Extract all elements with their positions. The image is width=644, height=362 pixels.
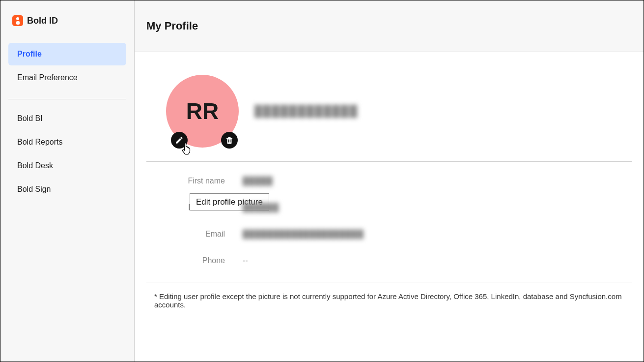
profile-header: RR ████████████ (146, 72, 632, 162)
sidebar-item-bold-desk[interactable]: Bold Desk (8, 154, 126, 177)
delete-avatar-button[interactable] (221, 132, 238, 149)
avatar-wrap: RR (166, 75, 239, 148)
sidebar-divider (8, 99, 126, 99)
field-value: █████ (243, 177, 273, 185)
sidebar: Bold ID Profile Email Preference Bold BI… (0, 0, 135, 362)
field-label: Phone (166, 256, 225, 265)
sidebar-item-label: Bold Reports (17, 138, 63, 146)
sidebar-item-label: Email Preference (17, 73, 78, 82)
field-value: ████████████████████ (243, 230, 364, 239)
field-label: Email (166, 230, 225, 239)
field-first-name: First name █████ (166, 177, 612, 185)
sidebar-item-label: Profile (17, 50, 42, 58)
trash-icon (225, 136, 234, 145)
page-title: My Profile (146, 20, 198, 32)
field-email: Email ████████████████████ (166, 230, 612, 239)
profile-fields: First name █████ Last name ██████ Email … (146, 162, 632, 282)
page-header: My Profile (135, 0, 644, 52)
content: RR ████████████ Edit profile picture Fir… (135, 52, 644, 362)
field-label: First name (166, 177, 225, 185)
field-phone: Phone -- (166, 256, 612, 265)
sidebar-item-label: Bold BI (17, 114, 43, 122)
sidebar-item-label: Bold Desk (17, 161, 53, 170)
brand-name: Bold ID (27, 16, 58, 26)
edit-avatar-button[interactable] (171, 132, 188, 149)
bold-logo-icon (12, 15, 23, 26)
sidebar-item-bold-reports[interactable]: Bold Reports (8, 131, 126, 153)
brand-logo[interactable]: Bold ID (8, 12, 126, 29)
main: My Profile RR ████████████ Edit (135, 0, 644, 362)
sidebar-item-bold-sign[interactable]: Bold Sign (8, 178, 126, 201)
sidebar-item-email-preference[interactable]: Email Preference (8, 66, 126, 89)
sidebar-item-label: Bold Sign (17, 185, 51, 193)
footer-note: * Editing user profile except the pictur… (146, 282, 632, 309)
sidebar-item-bold-bi[interactable]: Bold BI (8, 107, 126, 130)
pencil-icon (175, 136, 184, 145)
field-value: ██████ (243, 203, 279, 212)
sidebar-item-profile[interactable]: Profile (8, 43, 126, 65)
profile-display-name: ████████████ (254, 105, 358, 118)
field-value: -- (243, 256, 248, 265)
avatar-initials: RR (186, 98, 219, 124)
